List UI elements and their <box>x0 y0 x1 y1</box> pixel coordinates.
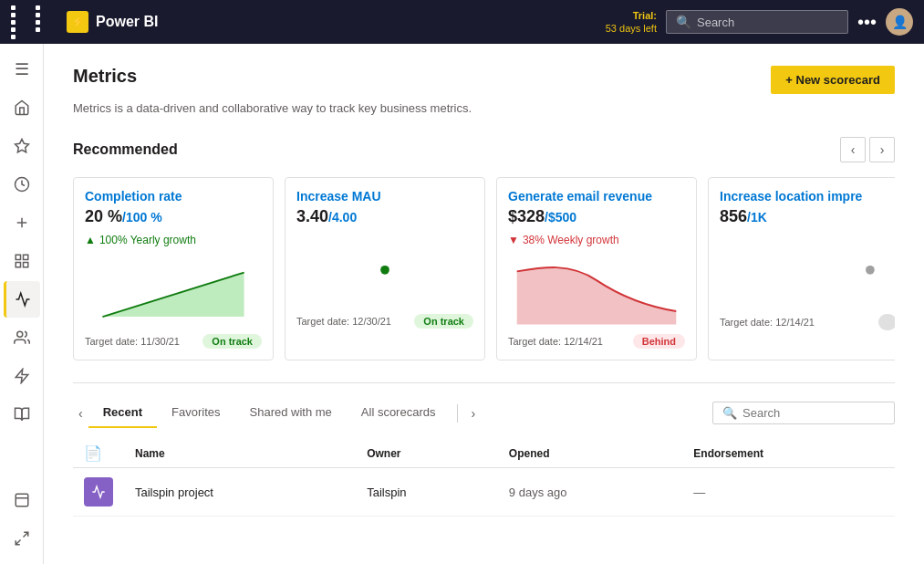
col-name: Name <box>124 439 356 468</box>
brand: ⚡ Power BI <box>67 11 597 33</box>
main-content: Metrics + New scorecard Metrics is a dat… <box>44 44 924 564</box>
sidebar-item-learn[interactable] <box>4 396 40 433</box>
svg-marker-0 <box>15 140 28 152</box>
top-navigation: ⚡ Power BI Trial: 53 days left 🔍 ••• 👤 <box>0 0 924 44</box>
sidebar-item-expand[interactable] <box>4 520 40 557</box>
sidebar-item-recent[interactable] <box>4 166 40 203</box>
tab-recent[interactable]: Recent <box>88 398 157 428</box>
svg-rect-4 <box>16 255 20 259</box>
row-name[interactable]: Tailspin project <box>124 468 356 517</box>
waffle-menu[interactable] <box>11 5 57 39</box>
tab-prev-button[interactable]: ‹ <box>73 402 88 424</box>
card-title: Completion rate <box>85 189 262 204</box>
card-chart <box>296 234 473 307</box>
metric-card-email-revenue[interactable]: Generate email revenue $328/$500 ▼ 38% W… <box>496 177 697 360</box>
main-layout: ☰ <box>0 44 924 564</box>
card-value: $328/$500 <box>508 207 685 226</box>
page-title-group: Metrics <box>73 66 137 87</box>
card-chart <box>85 254 262 327</box>
card-footer: Target date: 12/14/21 Behind <box>508 334 685 349</box>
sidebar-item-home[interactable] <box>4 89 40 126</box>
tab-search-icon: 🔍 <box>722 406 737 420</box>
global-search[interactable]: 🔍 <box>666 10 848 34</box>
new-scorecard-button[interactable]: + New scorecard <box>771 66 895 94</box>
sidebar-item-create[interactable] <box>4 204 40 241</box>
prev-arrow[interactable]: ‹ <box>840 137 866 162</box>
card-title: Increase MAU <box>296 189 473 204</box>
sidebar-item-metrics[interactable] <box>4 281 40 318</box>
card-value: 20 %/100 % <box>85 207 262 226</box>
row-owner[interactable]: Tailspin <box>356 468 498 517</box>
target-date: Target date: 11/30/21 <box>85 336 180 347</box>
target-date: Target date: 12/30/21 <box>296 316 391 327</box>
tab-search-input[interactable] <box>742 406 879 420</box>
card-title: Increase location impre <box>720 189 895 204</box>
svg-line-12 <box>16 540 20 545</box>
svg-line-11 <box>23 532 27 537</box>
status-badge: On track <box>202 334 262 349</box>
tabs-row: ‹ Recent Favorites Shared with me All sc… <box>73 398 895 428</box>
page-subtitle: Metrics is a data-driven and collaborati… <box>73 101 895 115</box>
card-chart <box>508 254 685 327</box>
file-icon: 📄 <box>84 445 102 461</box>
table-row[interactable]: Tailspin project Tailspin 9 days ago — <box>73 468 895 517</box>
trial-label: Trial: <box>606 9 657 22</box>
card-footer: Target date: 11/30/21 On track <box>85 334 262 349</box>
days-left: 53 days left <box>606 22 657 35</box>
bottom-section: ‹ Recent Favorites Shared with me All sc… <box>73 382 895 517</box>
svg-marker-9 <box>16 370 28 383</box>
card-trend: ▼ 38% Weekly growth <box>508 234 685 246</box>
tab-search[interactable]: 🔍 <box>712 402 895 424</box>
metric-cards-container: Completion rate 20 %/100 % ▲ 100% Yearly… <box>73 177 895 360</box>
status-badge: On track <box>414 314 473 329</box>
card-value: 3.40/4.00 <box>296 207 473 226</box>
card-trend: ▲ 100% Yearly growth <box>85 234 262 246</box>
more-options-button[interactable]: ••• <box>857 12 877 33</box>
trial-badge: Trial: 53 days left <box>606 9 657 36</box>
tab-shared-with-me[interactable]: Shared with me <box>235 398 347 428</box>
svg-point-14 <box>380 266 389 275</box>
recommended-section-header: Recommended ‹ › <box>73 137 895 162</box>
svg-rect-5 <box>23 255 27 259</box>
svg-point-8 <box>16 331 22 337</box>
search-input[interactable] <box>697 16 825 29</box>
sidebar-item-deploy[interactable] <box>4 358 40 394</box>
card-target: /4.00 <box>328 210 357 225</box>
brand-icon: ⚡ <box>67 11 88 33</box>
col-opened: Opened <box>498 439 682 468</box>
sidebar-item-menu[interactable]: ☰ <box>4 51 40 88</box>
section-title: Recommended <box>73 141 178 158</box>
next-arrow[interactable]: › <box>869 137 895 162</box>
metric-card-completion-rate[interactable]: Completion rate 20 %/100 % ▲ 100% Yearly… <box>73 177 274 360</box>
scorecards-table: 📄 Name Owner Opened Endorsement <box>73 439 895 517</box>
tab-all-scorecards[interactable]: All scorecards <box>347 398 451 428</box>
sidebar-item-favorites[interactable] <box>4 128 40 164</box>
svg-rect-7 <box>23 263 27 267</box>
col-icon: 📄 <box>73 439 124 468</box>
sidebar-item-people[interactable] <box>4 319 40 356</box>
col-owner: Owner <box>356 439 498 468</box>
svg-rect-10 <box>16 494 28 507</box>
tab-favorites[interactable]: Favorites <box>157 398 234 428</box>
avatar[interactable]: 👤 <box>886 8 913 36</box>
card-chart <box>720 234 895 307</box>
target-date: Target date: 12/14/21 <box>508 336 603 347</box>
metric-card-location-impressions[interactable]: Increase location impre 856/1K Target da… <box>708 177 895 360</box>
card-title: Generate email revenue <box>508 189 685 204</box>
sidebar-item-apps[interactable] <box>4 243 40 279</box>
scorecard-icon <box>84 477 113 507</box>
page-title: Metrics <box>73 66 137 87</box>
sidebar-item-workspace[interactable] <box>4 482 40 518</box>
nav-arrows: ‹ › <box>840 137 895 162</box>
card-target: /$500 <box>545 210 576 225</box>
row-endorsement: — <box>682 468 895 517</box>
target-date: Target date: 12/14/21 <box>720 317 815 328</box>
status-badge: Behind <box>633 334 685 349</box>
row-icon-cell <box>73 468 124 517</box>
sidebar: ☰ <box>0 44 44 564</box>
metric-card-increase-mau[interactable]: Increase MAU 3.40/4.00 Target date: 12/3… <box>285 177 485 360</box>
tab-next-button[interactable]: › <box>465 402 481 424</box>
page-header: Metrics + New scorecard <box>73 66 895 94</box>
status-badge <box>878 314 895 330</box>
col-endorsement: Endorsement <box>682 439 895 468</box>
